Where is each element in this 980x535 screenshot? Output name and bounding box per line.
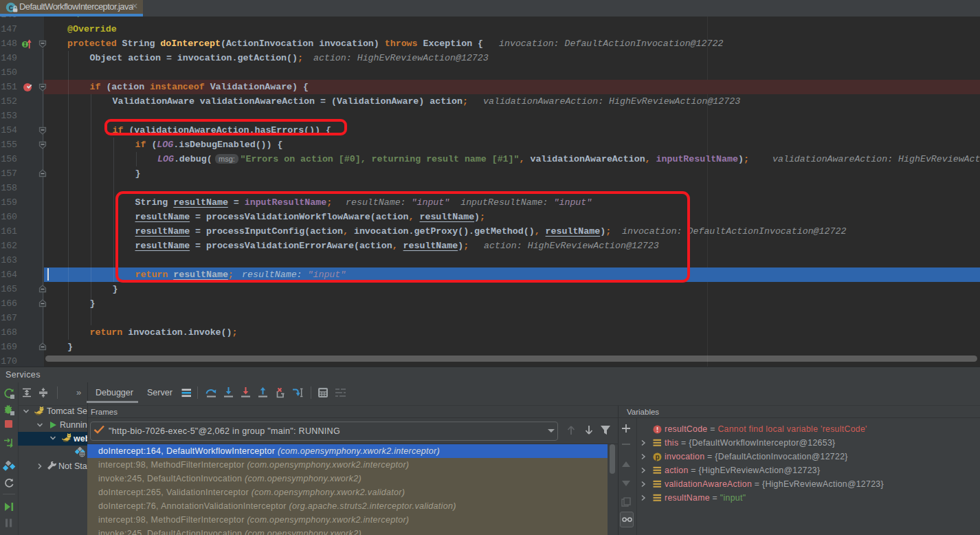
svg-text:C: C [9, 4, 14, 12]
svg-text:p: p [655, 453, 659, 461]
